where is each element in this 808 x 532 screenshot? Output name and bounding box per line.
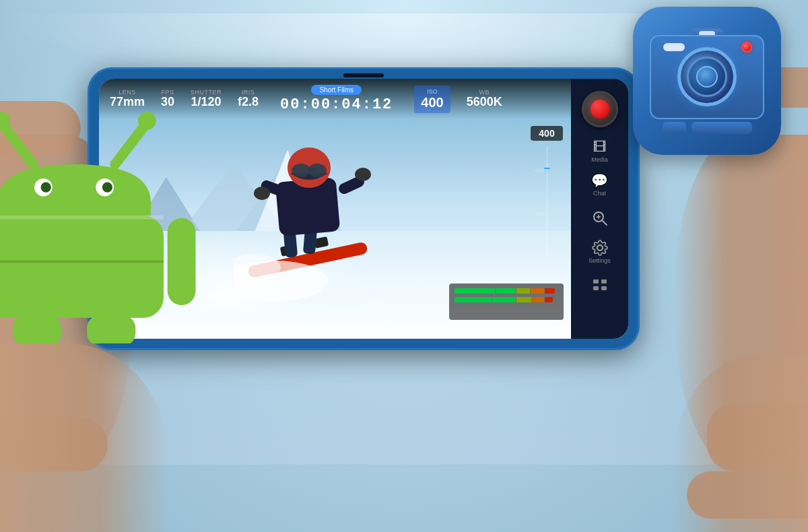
hud-mode-badge: Short Films [311,85,362,95]
chat-icon: 💬 [591,172,608,189]
camera-icon-grips [663,122,752,134]
hud-iris: IRIS f2.8 [238,89,259,109]
svg-rect-28 [593,286,599,290]
chat-button[interactable]: 💬 Chat [584,169,615,200]
settings-button[interactable]: Settings [584,236,615,267]
svg-line-23 [602,220,607,225]
svg-rect-27 [601,279,607,284]
grid-button[interactable] [584,270,615,301]
record-button[interactable] [582,91,618,127]
svg-rect-41 [13,315,61,343]
right-finger-2 [687,471,808,519]
camera-icon-background [633,7,781,155]
iso-scale-bar: 400 300 [546,146,548,254]
hud-iso: ISO 400 [414,86,450,113]
focus-button[interactable] [584,203,615,234]
svg-rect-43 [0,215,164,220]
grid-icon [592,278,608,293]
audio-bar-yellow-2 [516,297,531,302]
camera-rec-indicator [741,42,752,53]
audio-meters [449,284,564,320]
left-finger-2 [0,418,108,471]
camera-flash-indicator [663,43,685,51]
camera-app-icon[interactable] [633,7,788,162]
audio-bar-green-1 [454,288,495,294]
hud-wb: WB 5600K [467,89,502,109]
svg-point-35 [41,182,51,193]
audio-bar-red-2 [545,297,553,302]
audio-row-1 [454,288,558,294]
svg-rect-29 [601,286,607,290]
camera-grip-right [692,122,752,134]
record-dot [591,100,609,119]
camera-icon-main-body [650,35,764,119]
iso-scale-container: 400 400 300 [523,126,570,254]
svg-rect-40 [168,218,196,305]
audio-bar-green-4 [492,297,516,302]
audio-bar-orange-2 [532,297,544,302]
iso-scale-300: 300 [535,211,543,217]
svg-point-37 [102,182,112,193]
iso-scale-400: 400 [535,168,543,174]
audio-bar-green-2 [496,288,516,294]
hud-timer-container: Short Films 00:00:04:12 [280,85,393,113]
media-button[interactable]: 🎞 Media [584,135,615,166]
right-controls-panel: 🎞 Media 💬 Chat [571,79,628,339]
iso-scale-indicator [544,168,550,169]
settings-icon [592,240,608,256]
hud-timer: 00:00:04:12 [280,96,393,113]
iso-badge: 400 [531,126,562,141]
svg-rect-26 [593,279,599,284]
camera-lens-middle [687,57,727,97]
audio-bar-green-3 [454,297,492,302]
camera-grip-left [663,122,686,134]
media-icon: 🎞 [593,139,607,155]
audio-bar-red-1 [545,288,555,294]
svg-rect-38 [0,215,164,318]
svg-rect-42 [87,315,135,343]
right-finger-1 [707,404,808,471]
focus-icon [591,209,609,227]
audio-row-2 [454,297,558,302]
android-logo [0,88,215,357]
svg-point-33 [138,112,156,130]
audio-bar-yellow-1 [516,288,530,294]
camera-lens-inner [696,66,718,88]
audio-bar-orange-1 [531,288,544,294]
svg-line-30 [4,126,34,164]
phone-notch [343,73,384,77]
svg-line-32 [115,126,145,164]
camera-lens-outer [677,47,737,106]
